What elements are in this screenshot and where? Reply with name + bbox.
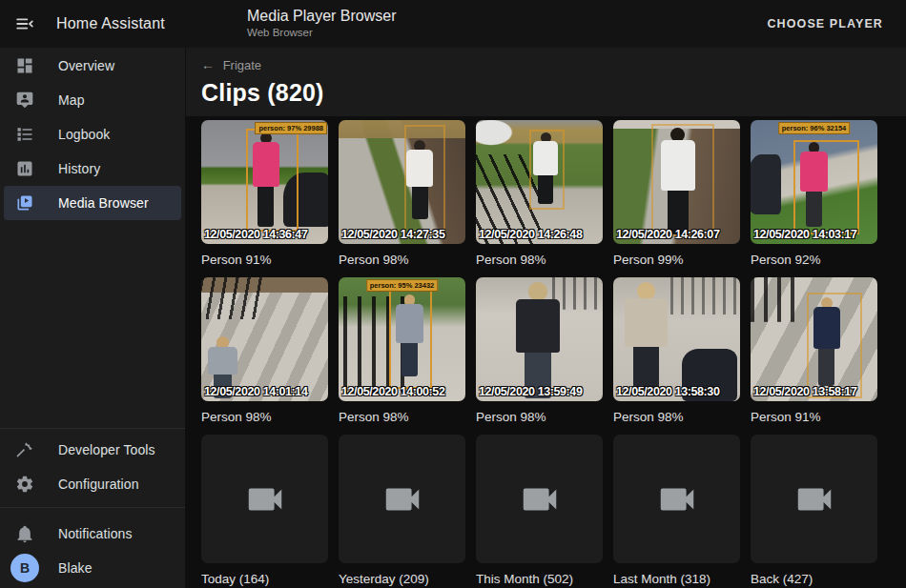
- detection-bbox: [651, 124, 715, 236]
- sidebar-item-media-browser[interactable]: Media Browser: [4, 186, 181, 220]
- clip-timestamp: 12/05/2020 14:27:35: [341, 228, 444, 241]
- clip-caption: Person 98%: [339, 409, 465, 425]
- sidebar-item-label: Overview: [58, 58, 114, 73]
- sidebar-item-configuration[interactable]: Configuration: [4, 467, 181, 501]
- clip-thumbnail: person: 97% 2998812/05/2020 14:36:47: [201, 120, 328, 244]
- video-icon: [381, 477, 424, 521]
- folder-thumbnail: [613, 435, 740, 563]
- clip-item[interactable]: person: 96% 3215412/05/2020 14:03:17Pers…: [751, 120, 877, 268]
- clip-item[interactable]: 12/05/2020 13:59:49Person 98%: [476, 277, 603, 425]
- folder-item[interactable]: This Month (502): [476, 435, 603, 587]
- person-torso: [625, 298, 667, 347]
- sidebar-item-label: History: [58, 161, 100, 176]
- clip-thumbnail: 12/05/2020 13:59:49: [476, 277, 603, 401]
- sidebar-toggle-icon[interactable]: [11, 10, 38, 37]
- media-browser-icon: [15, 193, 34, 213]
- clip-caption: Person 99%: [613, 252, 740, 268]
- notifications-label: Notifications: [58, 526, 133, 541]
- folder-caption: Last Month (318): [613, 571, 740, 587]
- content-header: ← Frigate Clips (820): [186, 48, 906, 116]
- folder-caption: This Month (502): [476, 571, 603, 587]
- clip-timestamp: 12/05/2020 14:26:48: [479, 228, 582, 241]
- sidebar: OverviewMapLogbookHistoryMedia Browser D…: [0, 48, 186, 588]
- breadcrumb-back[interactable]: ← Frigate: [201, 57, 891, 73]
- clip-thumbnail: 12/05/2020 14:26:07: [613, 120, 740, 244]
- main-content: ← Frigate Clips (820) person: 97% 299881…: [186, 48, 906, 588]
- detection-label: person: 96% 32154: [778, 122, 851, 134]
- folder-caption: Back (427): [751, 571, 877, 587]
- sidebar-item-profile[interactable]: B Blake: [4, 551, 181, 585]
- clip-caption: Person 98%: [613, 409, 740, 425]
- detection-bbox: [404, 125, 445, 233]
- sidebar-item-map[interactable]: Map: [4, 83, 181, 117]
- detection-label: person: 97% 29988: [255, 122, 327, 134]
- gear-icon: [15, 475, 34, 494]
- folder-item[interactable]: Yesterday (209): [339, 435, 465, 587]
- detection-bbox: [529, 130, 565, 209]
- app-header: Home Assistant Media Player Browser Web …: [0, 0, 906, 48]
- clip-caption: Person 91%: [201, 252, 328, 268]
- media-grid: person: 97% 2998812/05/2020 14:36:47Pers…: [201, 120, 891, 587]
- sidebar-item-label: Logbook: [58, 127, 110, 142]
- folder-thumbnail: [476, 435, 603, 563]
- detection-bbox: [246, 129, 299, 232]
- choose-player-button[interactable]: CHOOSE PLAYER: [759, 10, 891, 38]
- sidebar-spacer: [0, 220, 185, 428]
- sidebar-bottom: Notifications B Blake: [0, 507, 185, 588]
- sidebar-item-label: Configuration: [58, 476, 139, 492]
- clip-thumbnail: 12/05/2020 14:01:14: [201, 277, 328, 401]
- sidebar-item-label: Media Browser: [58, 195, 149, 211]
- folder-item[interactable]: Back (427): [751, 435, 877, 587]
- sidebar-item-label: Developer Tools: [58, 442, 155, 457]
- video-icon: [655, 477, 699, 521]
- detection-label: person: 95% 23432: [366, 279, 439, 292]
- folder-thumbnail: [339, 435, 465, 563]
- bell-icon: [15, 524, 34, 543]
- person-head: [528, 282, 547, 301]
- app-name: Home Assistant: [56, 15, 165, 32]
- sidebar-item-notifications[interactable]: Notifications: [4, 517, 181, 551]
- hammer-icon: [15, 440, 34, 459]
- sidebar-item-developer-tools[interactable]: Developer Tools: [4, 433, 181, 467]
- sidebar-item-overview[interactable]: Overview: [4, 49, 181, 83]
- page-head: Media Player Browser Web Browser: [247, 7, 397, 40]
- clip-item[interactable]: 12/05/2020 14:27:35Person 98%: [339, 120, 465, 268]
- clip-caption: Person 98%: [339, 252, 465, 268]
- detection-bbox: [389, 290, 432, 389]
- clip-item[interactable]: person: 97% 2998812/05/2020 14:36:47Pers…: [201, 120, 328, 268]
- sidebar-item-history[interactable]: History: [4, 152, 181, 186]
- grid-area: person: 97% 2998812/05/2020 14:36:47Pers…: [186, 116, 906, 588]
- clip-item[interactable]: 12/05/2020 13:58:17Person 91%: [751, 277, 877, 425]
- clip-item[interactable]: person: 95% 2343212/05/2020 14:00:52Pers…: [339, 277, 465, 425]
- folder-caption: Today (164): [201, 571, 328, 587]
- history-icon: [15, 159, 34, 178]
- clip-item[interactable]: 12/05/2020 14:26:07Person 99%: [613, 120, 740, 268]
- clip-timestamp: 12/05/2020 14:01:14: [204, 385, 307, 398]
- detection-bbox: [793, 140, 859, 234]
- clip-item[interactable]: 12/05/2020 14:01:14Person 98%: [201, 277, 328, 425]
- sidebar-item-label: Map: [58, 92, 85, 108]
- person-figure: [509, 282, 567, 398]
- page-title: Media Player Browser: [247, 7, 397, 26]
- video-icon: [243, 477, 287, 521]
- clip-timestamp: 12/05/2020 14:03:17: [753, 228, 856, 241]
- folder-item[interactable]: Today (164): [201, 435, 328, 587]
- clip-timestamp: 12/05/2020 14:36:47: [204, 228, 307, 241]
- clip-thumbnail: 12/05/2020 14:27:35: [339, 120, 465, 244]
- clip-caption: Person 98%: [201, 409, 328, 425]
- logbook-icon: [15, 125, 34, 144]
- person-figure: [618, 282, 674, 389]
- clip-caption: Person 98%: [476, 409, 603, 425]
- breadcrumb-label: Frigate: [223, 58, 261, 72]
- clip-thumbnail: 12/05/2020 14:26:48: [476, 120, 603, 244]
- folder-item[interactable]: Last Month (318): [613, 435, 740, 587]
- avatar: B: [10, 554, 39, 582]
- clip-caption: Person 91%: [751, 409, 877, 425]
- sidebar-item-logbook[interactable]: Logbook: [4, 117, 181, 152]
- clip-timestamp: 12/05/2020 14:26:07: [616, 228, 719, 241]
- clip-item[interactable]: 12/05/2020 13:58:30Person 98%: [613, 277, 740, 425]
- folder-thumbnail: [201, 435, 328, 563]
- person-torso: [208, 347, 237, 375]
- clip-item[interactable]: 12/05/2020 14:26:48Person 98%: [476, 120, 603, 268]
- folder-thumbnail: [751, 435, 877, 563]
